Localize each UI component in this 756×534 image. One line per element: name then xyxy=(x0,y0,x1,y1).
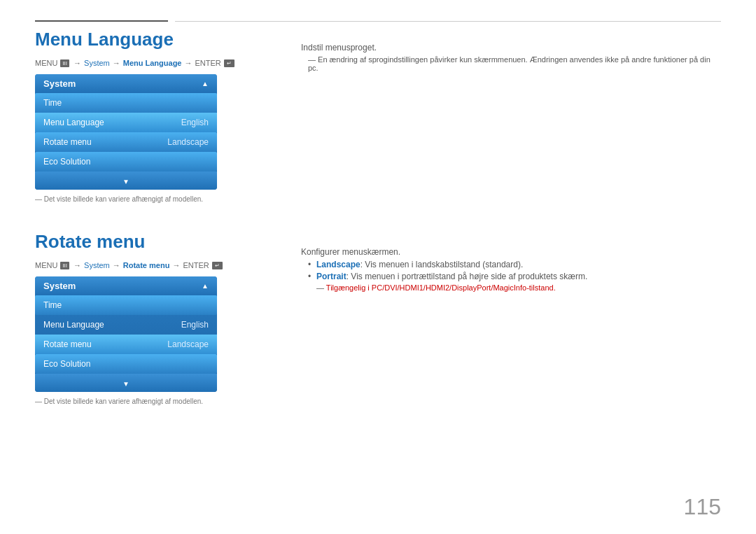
system-footer-2: ▼ xyxy=(35,374,217,392)
menu-item-language-1[interactable]: Menu Language English xyxy=(35,113,217,132)
right-desc-menu-language: Indstil menusproget. En ændring af sprog… xyxy=(301,43,721,72)
right-section-rotate-menu: Konfigurer menuskærmen. Landscape: Vis m… xyxy=(301,233,721,292)
item-label-language-1: Menu Language xyxy=(43,118,104,127)
footnote-2: Det viste billede kan variere afhængigt … xyxy=(35,398,259,405)
system-link-1: System xyxy=(84,59,110,67)
bullet-desc-portrait: : Vis menuen i portrættilstand på højre … xyxy=(346,272,588,281)
enter-icon-1: ↵ xyxy=(224,59,234,67)
page: Menu Language MENU III → System → Menu L… xyxy=(0,0,756,534)
system-header-up-arrow-2: ▲ xyxy=(202,282,209,290)
section-menu-language: Menu Language MENU III → System → Menu L… xyxy=(35,29,259,217)
item-label-time-2: Time xyxy=(43,300,62,310)
menu-word-1: MENU xyxy=(35,59,57,67)
footnote-1: Det viste billede kan variere afhængigt … xyxy=(35,195,259,203)
item-label-rotate-1: Rotate menu xyxy=(43,137,92,147)
menu-item-rotate-1[interactable]: Rotate menu Landscape xyxy=(35,132,217,152)
bullet-label-landscape: Landscape xyxy=(316,260,360,269)
menu-icon-2: III xyxy=(60,262,69,269)
right-main-text-2: Konfigurer menuskærmen. xyxy=(301,247,721,257)
page-number: 115 xyxy=(684,494,721,520)
right-main-text-1: Indstil menusproget. xyxy=(301,43,721,52)
current-link-1: Menu Language xyxy=(123,59,182,67)
right-column: Indstil menusproget. En ændring af sprog… xyxy=(273,22,721,534)
right-desc-rotate-menu: Konfigurer menuskærmen. Landscape: Vis m… xyxy=(301,247,721,292)
bullet-item-portrait: Portrait: Vis menuen i portrættilstand p… xyxy=(308,272,721,281)
item-label-eco-1: Eco Solution xyxy=(43,157,90,167)
section-title-menu-language: Menu Language xyxy=(35,29,259,50)
section-title-rotate-menu: Rotate menu xyxy=(35,231,259,253)
item-value-rotate-1: Landscape xyxy=(167,137,209,147)
item-value-rotate-2: Landscape xyxy=(167,339,209,349)
item-label-time-1: Time xyxy=(43,98,62,108)
menu-path-2: MENU III → System → Rotate menu → ENTER … xyxy=(35,261,259,269)
bullet-list-rotate: Landscape: Vis menuen i landskabstilstan… xyxy=(301,260,721,281)
item-label-eco-2: Eco Solution xyxy=(43,359,90,369)
system-header-2: System ▲ xyxy=(35,276,217,295)
menu-word-2: MENU xyxy=(35,261,57,269)
system-link-2: System xyxy=(84,261,110,269)
bullet-label-portrait: Portrait xyxy=(316,272,346,281)
menu-item-time-1[interactable]: Time xyxy=(35,93,217,113)
item-label-rotate-2: Rotate menu xyxy=(43,339,92,349)
note-colored-rotate: Tilgængelig i PC/DVI/HDMI1/HDMI2/Display… xyxy=(326,283,556,292)
system-header-up-arrow-1: ▲ xyxy=(202,80,209,87)
system-header-1: System ▲ xyxy=(35,74,217,93)
item-value-language-1: English xyxy=(181,118,209,127)
menu-item-rotate-2[interactable]: Rotate menu Landscape xyxy=(35,335,217,354)
left-column: Menu Language MENU III → System → Menu L… xyxy=(35,22,273,534)
menu-item-time-2[interactable]: Time xyxy=(35,295,217,315)
system-box-2: System ▲ Time Menu Language English Rota… xyxy=(35,276,217,392)
bullet-desc-landscape: : Vis menuen i landskabstilstand (standa… xyxy=(360,260,524,269)
menu-item-eco-1[interactable]: Eco Solution xyxy=(35,152,217,171)
menu-path-1: MENU III → System → Menu Language → ENTE… xyxy=(35,59,259,67)
item-label-language-2: Menu Language xyxy=(43,320,104,330)
enter-icon-2: ↵ xyxy=(212,262,223,269)
menu-icon-1: III xyxy=(60,59,69,67)
system-header-title-1: System xyxy=(43,78,76,89)
right-note-text-1: En ændring af sprogindstillingen påvirke… xyxy=(301,55,721,72)
system-footer-1: ▼ xyxy=(35,171,217,190)
note-line-rotate: Tilgængelig i PC/DVI/HDMI1/HDMI2/Display… xyxy=(301,283,721,292)
system-header-title-2: System xyxy=(43,281,76,291)
current-link-2: Rotate menu xyxy=(123,261,170,269)
right-section-menu-language: Indstil menusproget. En ændring af sprog… xyxy=(301,29,721,72)
bullet-item-landscape: Landscape: Vis menuen i landskabstilstan… xyxy=(308,260,721,269)
menu-item-language-2[interactable]: Menu Language English xyxy=(35,315,217,335)
content-wrapper: Menu Language MENU III → System → Menu L… xyxy=(0,22,756,534)
item-value-language-2: English xyxy=(181,320,209,330)
section-rotate-menu: Rotate menu MENU III → System → Rotate m… xyxy=(35,217,259,405)
system-footer-arrow-1: ▼ xyxy=(122,178,130,185)
top-bar xyxy=(0,0,756,22)
system-box-1: System ▲ Time Menu Language English Rota… xyxy=(35,74,217,190)
menu-item-eco-2[interactable]: Eco Solution xyxy=(35,354,217,374)
system-footer-arrow-2: ▼ xyxy=(122,380,130,388)
